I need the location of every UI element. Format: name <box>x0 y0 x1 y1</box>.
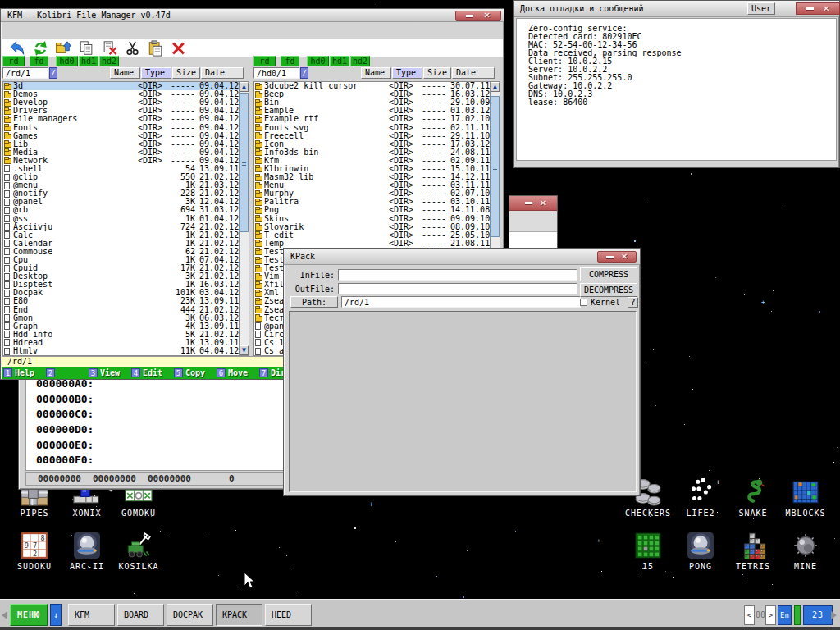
cut-icon[interactable] <box>124 40 141 57</box>
minimize-icon[interactable] <box>525 202 532 204</box>
kernel-checkbox[interactable] <box>580 299 587 306</box>
task-button-board[interactable]: BOARD <box>117 604 164 626</box>
scrollbar-left[interactable]: ▲ ▼ <box>239 81 249 356</box>
desktop-icon-tetris[interactable]: TETRIS <box>727 532 779 571</box>
fkey-5-copy[interactable]: 5Copy <box>174 368 211 377</box>
desktop-icon-15[interactable]: 15 <box>622 532 674 571</box>
column-header-type[interactable]: Type <box>141 67 171 79</box>
debug-board-window[interactable]: Доска отладки и сообщений User ✕ Zero-co… <box>513 0 840 168</box>
drive-tab-hd1[interactable]: hd1 <box>330 56 349 66</box>
clock[interactable]: 23 18 <box>803 605 833 625</box>
desktop-icon-mblocks[interactable]: MBLOCKS <box>779 478 832 518</box>
fkey-2[interactable]: 2 <box>46 368 83 377</box>
drive-tab-hd2[interactable]: hd2 <box>99 56 119 66</box>
back-icon[interactable] <box>9 40 26 57</box>
task-button-heed[interactable]: HEED <box>265 604 312 626</box>
hidden-window-fragment[interactable]: ✕ <box>509 195 558 254</box>
close-icon[interactable]: ✕ <box>540 199 546 208</box>
outfile-input[interactable] <box>338 283 578 294</box>
task-button-kpack[interactable]: KPACK <box>216 604 262 626</box>
kfm-titlebar[interactable]: KFM - Kolibri File Manager v0.47d ✕ <box>1 9 504 22</box>
folder-icon <box>255 134 262 139</box>
taskbar-scroll-left-icon[interactable] <box>2 611 7 619</box>
minimize-icon[interactable] <box>466 15 473 17</box>
kpack-titlebar[interactable]: KPack ✕ <box>284 249 640 265</box>
scroll-down-button[interactable]: ▼ <box>240 345 249 355</box>
kernel-label: Kernel <box>591 298 620 307</box>
file-row[interactable]: Temp<DIR>-----21.08.11 <box>254 240 500 248</box>
close-icon[interactable]: ✕ <box>823 5 829 13</box>
tray-prev-button[interactable]: < <box>744 605 755 625</box>
help-button[interactable]: ? <box>628 297 638 308</box>
infile-input[interactable] <box>338 269 578 281</box>
move-icon[interactable] <box>101 40 118 57</box>
menu-button[interactable]: МЕНЮ <box>10 604 48 626</box>
kpack-path-input[interactable] <box>341 296 581 308</box>
scroll-up-button[interactable]: ▲ <box>240 82 249 92</box>
drive-tab-fd[interactable]: fd <box>281 56 299 66</box>
minimize-all-button[interactable]: ↓ <box>50 604 62 626</box>
column-header-date[interactable]: Date <box>452 67 495 79</box>
desktop-icon-pong[interactable]: PONG <box>674 532 727 571</box>
desktop-icon-life2[interactable]: LIFE2 <box>674 478 727 518</box>
path-edit-button[interactable]: / <box>300 67 308 79</box>
minimize-icon[interactable] <box>606 256 614 258</box>
fkey-4-edit[interactable]: 4Edit <box>131 368 168 377</box>
file-row[interactable]: File managers<DIR>-----09.04.12 <box>3 115 249 123</box>
scrollbar-thumb[interactable] <box>240 93 249 232</box>
file-row[interactable]: @rb69431.03.12 <box>3 206 249 214</box>
kpack-window[interactable]: KPack ✕ InFile: OutFile: Path: COMPRESS … <box>283 248 641 496</box>
decompress-button[interactable]: DECOMPRESS <box>580 283 637 297</box>
copy-icon[interactable] <box>78 40 95 57</box>
mini-titlebar[interactable]: ✕ <box>509 196 557 211</box>
file-row[interactable]: Png<DIR>-----14.11.08 <box>254 206 500 214</box>
task-button-kfm[interactable]: KFM <box>68 604 115 626</box>
folder-icon <box>255 101 262 107</box>
heed-hex-window[interactable]: 000000A0:000000B0:000000C0:000000D0:0000… <box>18 372 289 490</box>
file-row[interactable]: Example_rtf<DIR>-----17.02.10 <box>254 115 500 123</box>
scroll-up-button[interactable]: ▲ <box>491 82 500 92</box>
minimize-icon[interactable] <box>806 7 814 10</box>
compress-button[interactable]: COMPRESS <box>580 267 637 281</box>
drive-tab-hd0[interactable]: hd0 <box>307 56 329 66</box>
path-edit-button[interactable]: / <box>49 67 57 79</box>
drive-tab-hd1[interactable]: hd1 <box>79 56 98 66</box>
drive-tab-hd0[interactable]: hd0 <box>56 56 78 66</box>
scrollbar-thumb[interactable] <box>491 96 500 237</box>
task-button-docpak[interactable]: DOCPAK <box>167 604 213 626</box>
drive-tab-fd[interactable]: fd <box>30 56 48 66</box>
new-folder-icon[interactable] <box>55 40 72 57</box>
path-input-right[interactable] <box>253 67 299 79</box>
user-button[interactable]: User <box>747 2 775 15</box>
drive-tab-rd[interactable]: rd <box>2 56 25 66</box>
column-header-name[interactable]: Name <box>110 67 140 79</box>
column-header-type[interactable]: Type <box>392 67 422 79</box>
fkey-6-move[interactable]: 6Move <box>217 368 253 377</box>
delete-icon[interactable] <box>170 40 187 57</box>
desktop-icon-arc-ii[interactable]: ARC-II <box>61 532 113 571</box>
desktop-icon-kosilka[interactable]: KOSILKA <box>112 532 165 571</box>
close-icon[interactable]: ✕ <box>483 11 490 20</box>
paste-icon[interactable] <box>147 40 164 57</box>
column-header-size[interactable]: Size <box>423 67 451 79</box>
desktop-icon-snake[interactable]: SNAKE <box>727 478 779 518</box>
path-button[interactable]: Path: <box>290 296 338 308</box>
drive-tab-rd[interactable]: rd <box>253 56 276 66</box>
desktop-icon-mine[interactable]: MINE <box>779 532 832 571</box>
file-icon <box>4 223 10 231</box>
tray-next-button[interactable]: > <box>765 605 776 625</box>
column-header-size[interactable]: Size <box>172 67 200 79</box>
column-header-name[interactable]: Name <box>361 67 391 79</box>
file-row[interactable]: Htmlv11K04.04.12 <box>3 347 249 355</box>
close-icon[interactable]: ✕ <box>621 253 628 261</box>
fkey-1-help[interactable]: 1Help <box>3 368 40 377</box>
board-titlebar[interactable]: Доска отладки и сообщений User ✕ <box>514 1 839 17</box>
desktop-icon-sudoku[interactable]: 8972SUDOKU <box>8 532 61 571</box>
refresh-icon[interactable] <box>32 40 49 57</box>
path-input-left[interactable] <box>2 67 48 79</box>
taskbar-scroll-right-icon[interactable] <box>831 611 837 619</box>
fkey-3-view[interactable]: 3View <box>89 368 126 377</box>
language-indicator[interactable]: En <box>778 605 792 625</box>
column-header-date[interactable]: Date <box>201 67 244 79</box>
drive-tab-hd2[interactable]: hd2 <box>350 56 370 66</box>
